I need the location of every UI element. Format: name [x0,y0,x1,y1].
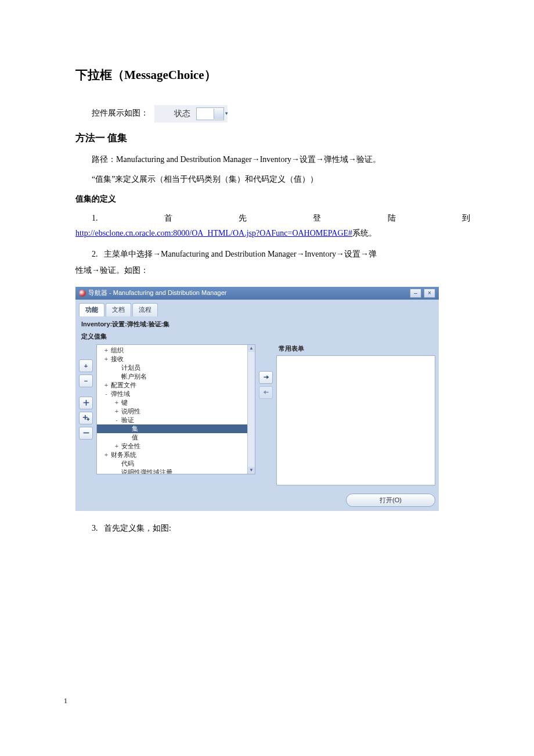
expand-icon[interactable]: + [114,398,119,407]
tree-row[interactable]: 集 [97,424,247,433]
status-control: 状态 ▾ [154,105,228,123]
step2-line2: 性域→验证。如图： [75,264,470,278]
tab-process[interactable]: 流程 [132,303,158,316]
step3-num: 3. [92,524,98,532]
tree-row[interactable]: +键 [97,398,247,407]
tree-panel: +组织+接收计划员帐户别名+配置文件-弹性域+键+说明性-验证集值+安全性+财务… [96,344,255,474]
tab-functions[interactable]: 功能 [79,303,104,316]
title-en: MessageChoice [124,68,204,82]
step1-url[interactable]: http://ebsclone.cn.oracle.com:8000/OA_HT… [75,229,352,237]
status-dropdown[interactable]: ▾ [196,107,224,120]
navigator-window: 导航器 - Manufacturing and Distribution Man… [75,287,439,511]
tree-label: 验证 [121,416,134,424]
tree-row[interactable]: -弹性域 [97,390,247,398]
tree-label: 组织 [111,346,124,355]
plus-button[interactable]: + [79,359,93,372]
step2-pre: 主菜单中选择 [104,250,153,258]
expand-icon[interactable]: + [114,407,119,416]
step1-w1: 首 [164,211,172,225]
favorites-panel [276,355,435,485]
path-seg4: 弹性域 [324,155,348,164]
tree-label: 接收 [111,355,124,363]
expand-all-button[interactable] [79,412,93,424]
step3-line: 3. 首先定义集，如图: [75,521,470,535]
collapse-icon[interactable]: - [104,390,109,398]
step1-num: 1. [92,211,98,225]
tree-label: 值 [132,433,138,442]
tree-row[interactable]: +财务系统 [97,451,247,459]
minimize-button[interactable]: – [410,289,421,298]
arrow-right-icon: → [153,249,161,258]
step2-num: 2. [92,250,98,258]
open-button[interactable]: 打开(O) [346,494,435,507]
tree-row[interactable]: 帐户别名 [97,372,247,381]
path-seg3: 设置 [300,155,316,164]
expand-icon[interactable]: + [104,381,109,390]
transfer-button-group [259,371,273,399]
tree-list[interactable]: +组织+接收计划员帐户别名+配置文件-弹性域+键+说明性-验证集值+安全性+财务… [97,345,247,474]
tree-label: 安全性 [121,442,140,451]
scroll-down-icon[interactable]: ▼ [248,467,255,474]
tree-row[interactable]: 说明性弹性域注册 [97,468,247,474]
step2-seg3: 设置 [344,250,360,258]
tree-row[interactable]: 值 [97,433,247,442]
expand-icon[interactable]: + [104,355,109,363]
tree-row[interactable]: 代码 [97,459,247,468]
expand-icon[interactable]: + [104,346,109,355]
window-title: 导航器 - Manufacturing and Distribution Man… [88,289,226,297]
chevron-down-icon: ▾ [214,109,223,119]
tab-docs[interactable]: 文档 [106,303,131,316]
tree-row[interactable]: +组织 [97,346,247,355]
move-right-button[interactable] [259,371,273,384]
arrow-right-icon: → [297,249,305,258]
expand-icon[interactable]: + [114,442,119,451]
tree-label: 帐户别名 [121,372,147,381]
right-pane-label: 常用表单 [279,344,435,353]
expand-icon[interactable]: + [104,451,109,459]
close-button[interactable]: × [424,289,435,298]
step1-line1: 1. 首 先 登 陆 到 [75,211,470,225]
minus-button[interactable]: − [79,375,93,387]
tree-row[interactable]: +说明性 [97,407,247,416]
title-paren-close: ） [204,68,217,82]
arrow-right-icon: → [360,249,369,258]
step2-seg5: 验证。如图： [100,266,149,275]
tree-label: 键 [121,398,128,407]
scrollbar[interactable]: ▲ ▼ [247,345,255,474]
left-button-group: + − [79,359,93,440]
tree-label: 弹性域 [111,390,130,398]
scroll-up-icon[interactable]: ▲ [248,345,255,352]
expand-one-button[interactable] [79,397,93,409]
path-seg1: Manufacturing and Destribution Manager [116,155,252,164]
page-number: 1 [64,697,67,705]
path-seg2: Inventory [260,155,291,164]
step2-line2-pre: 性域 [75,266,92,275]
step1-suffix: 系统。 [352,229,377,237]
tree-label: 代码 [121,459,134,468]
step1-w2: 先 [239,211,247,225]
tree-label: 说明性弹性域注册 [121,468,172,474]
step2-line: 2. 主菜单中选择→Manufacturing and Destribution… [75,247,470,261]
move-left-button[interactable] [259,386,273,399]
collapse-all-button[interactable] [79,427,93,440]
step1-w4: 陆 [388,211,396,225]
tree-label: 财务系统 [111,451,136,459]
valset-def-heading: 值集的定义 [75,194,470,204]
tree-row[interactable]: +安全性 [97,442,247,451]
path-label: 路径： [92,155,116,164]
tree-label: 配置文件 [111,381,136,390]
tree-row[interactable]: +接收 [97,355,247,363]
window-titlebar: 导航器 - Manufacturing and Distribution Man… [75,287,439,300]
arrow-right-icon: → [348,154,356,164]
tree-row[interactable]: -验证 [97,416,247,424]
tree-row[interactable]: 计划员 [97,363,247,372]
arrow-right-icon: → [252,154,260,164]
app-icon [79,290,86,297]
tree-label: 说明性 [121,407,140,416]
tabs-row: 功能 文档 流程 [79,303,435,316]
svg-rect-0 [83,433,89,434]
tree-row[interactable]: +配置文件 [97,381,247,390]
step1-line2: http://ebsclone.cn.oracle.com:8000/OA_HT… [75,226,470,240]
collapse-icon[interactable]: - [114,416,119,424]
path-line: 路径：Manufacturing and Destribution Manage… [75,153,470,167]
